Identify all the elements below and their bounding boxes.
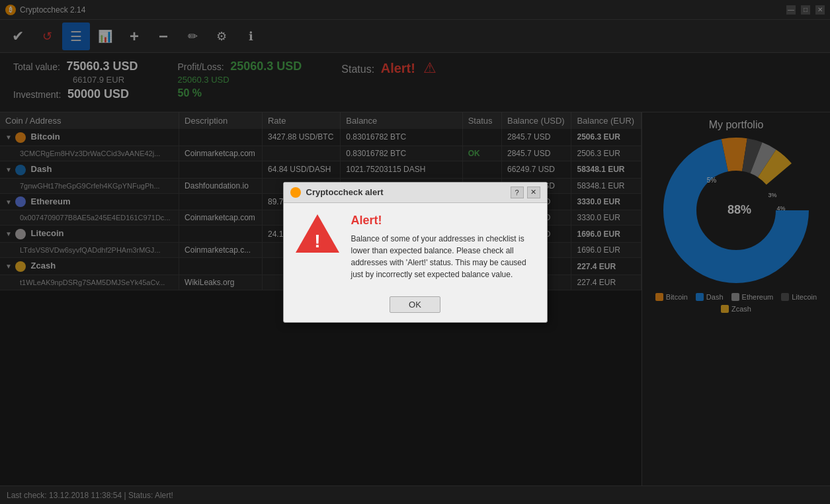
modal-text-area: Alert! Balance of some of your addresses… xyxy=(351,214,536,280)
modal-overlay: Cryptoccheck alert ? ✕ ! Alert! Balance … xyxy=(0,0,830,504)
modal-app-icon xyxy=(290,187,301,198)
alert-exclaim: ! xyxy=(314,231,320,251)
modal-message: Balance of some of your addresses in che… xyxy=(351,233,536,280)
modal-body: ! Alert! Balance of some of your address… xyxy=(284,203,547,291)
modal-footer: OK xyxy=(284,291,547,322)
ok-button[interactable]: OK xyxy=(390,296,440,313)
modal-help-button[interactable]: ? xyxy=(511,187,524,198)
modal-title-text: Cryptoccheck alert xyxy=(306,187,511,197)
modal-alert-title: Alert! xyxy=(351,214,536,228)
alert-modal: Cryptoccheck alert ? ✕ ! Alert! Balance … xyxy=(283,182,548,323)
modal-alert-icon: ! xyxy=(294,214,341,253)
modal-titlebar: Cryptoccheck alert ? ✕ xyxy=(284,183,547,203)
modal-controls: ? ✕ xyxy=(511,187,540,198)
modal-close-button[interactable]: ✕ xyxy=(527,187,540,198)
